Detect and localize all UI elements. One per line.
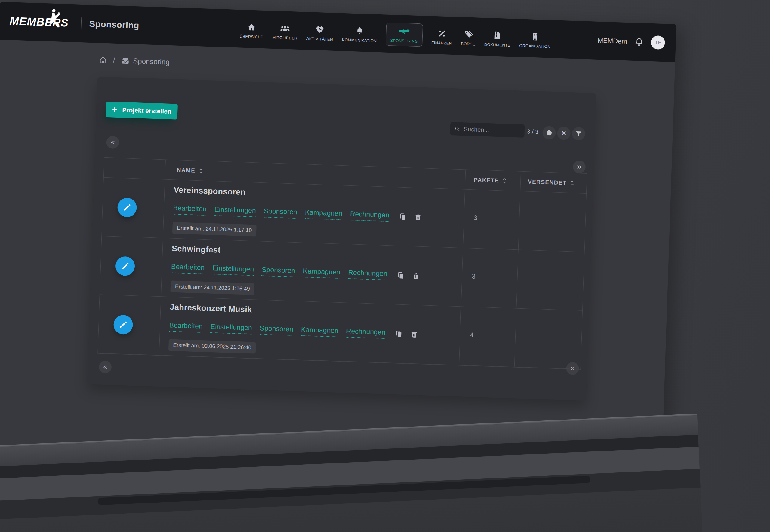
table-row-edit-cell [100, 236, 163, 297]
nav-item-kommunikation[interactable]: KOMMUNIKATION [342, 23, 377, 43]
clear-icon: × [562, 129, 566, 137]
delete-project-button[interactable] [411, 330, 418, 339]
pencil-icon [120, 261, 130, 271]
avatar-initials: TE [655, 39, 662, 46]
edit-project-button[interactable] [113, 315, 133, 335]
people-icon [280, 24, 290, 33]
table-row-versendet-cell [519, 191, 587, 252]
clear-search-button[interactable]: × [557, 127, 571, 140]
nav-label: BÖRSE [461, 41, 475, 47]
link-sponsoren[interactable]: Sponsoren [262, 265, 295, 277]
copy-icon [399, 212, 407, 221]
nav-item-uebersicht[interactable]: ÜBERSICHT [239, 20, 264, 40]
brand: MEMBERS Sponsoring [9, 14, 140, 32]
link-rechnungen[interactable]: Rechnungen [350, 210, 390, 222]
create-project-button[interactable]: + Projekt erstellen [106, 102, 178, 120]
edit-project-button[interactable] [115, 256, 135, 276]
delete-project-button[interactable] [413, 271, 420, 280]
duplicate-project-button[interactable] [399, 212, 407, 221]
reset-button[interactable] [542, 126, 556, 139]
header-edit-column [104, 158, 166, 180]
copy-icon [397, 271, 405, 280]
chevron-double-left-icon: « [110, 137, 115, 146]
percent-icon [438, 29, 446, 38]
nav-label: AKTIVITÄTEN [306, 36, 333, 42]
link-sponsoren[interactable]: Sponsoren [259, 324, 293, 336]
notifications-bell-icon[interactable] [634, 37, 644, 47]
link-bearbeiten[interactable]: Bearbeiten [169, 321, 203, 333]
header-versendet[interactable]: VERSENDET [520, 172, 588, 194]
edit-project-button[interactable] [117, 197, 137, 217]
filter-button[interactable] [572, 127, 585, 140]
pager-next-top[interactable]: » [573, 160, 586, 173]
delete-project-button[interactable] [415, 213, 422, 222]
nav-item-organisation[interactable]: ORGANISATION [519, 29, 551, 49]
row-actions: Bearbeiten Einstellungen Sponsoren Kampa… [171, 262, 420, 281]
pakete-count: 3 [474, 214, 478, 222]
create-project-label: Projekt erstellen [122, 106, 171, 115]
sort-icon [569, 180, 575, 186]
link-rechnungen[interactable]: Rechnungen [346, 327, 386, 339]
table-row-pakete-cell: 3 [461, 248, 518, 308]
link-sponsoren[interactable]: Sponsoren [263, 207, 297, 219]
table-row-name-cell: Schwingfest Bearbeiten Einstellungen Spo… [161, 238, 463, 307]
trash-icon [415, 213, 422, 222]
main-nav: ÜBERSICHT MITGLIEDER AKTIVITÄTEN [239, 20, 551, 51]
pager-prev-top[interactable]: « [106, 136, 119, 149]
header-versendet-label: VERSENDET [528, 178, 567, 186]
link-einstellungen[interactable]: Einstellungen [214, 205, 256, 217]
members-logo[interactable]: MEMBERS [9, 15, 73, 29]
pager-prev-bottom[interactable]: « [99, 361, 112, 374]
created-timestamp: Erstellt am: 24.11.2025 1:16:49 [170, 280, 254, 295]
link-bearbeiten[interactable]: Bearbeiten [171, 262, 204, 274]
pakete-count: 4 [470, 331, 474, 338]
header-pakete[interactable]: PAKETE [465, 170, 521, 191]
link-kampagnen[interactable]: Kampagnen [301, 326, 338, 337]
nav-label: ORGANISATION [519, 43, 551, 49]
tag-icon [464, 30, 473, 39]
document-zip-icon [494, 31, 502, 40]
trash-icon [411, 330, 418, 339]
nav-item-finanzen[interactable]: FINANZEN [431, 26, 453, 46]
search-box [450, 122, 525, 138]
sponsoring-panel: + Projekt erstellen 3 / 3 × « » « » [87, 77, 596, 401]
nav-item-aktivitaeten[interactable]: AKTIVITÄTEN [306, 22, 333, 42]
link-kampagnen[interactable]: Kampagnen [303, 267, 340, 279]
heart-pulse-icon [315, 25, 324, 34]
row-actions: Bearbeiten Einstellungen Sponsoren Kampa… [169, 321, 418, 340]
sort-icon [198, 168, 203, 174]
link-einstellungen[interactable]: Einstellungen [210, 323, 252, 335]
nav-item-mitglieder[interactable]: MITGLIEDER [272, 20, 298, 41]
result-count: 3 / 3 [527, 128, 539, 135]
nav-label: DOKUMENTE [484, 42, 511, 47]
link-rechnungen[interactable]: Rechnungen [348, 268, 388, 280]
avatar[interactable]: TE [651, 35, 665, 50]
nav-label: ÜBERSICHT [239, 34, 263, 39]
projects-table: NAME PAKETE VERSENDET [97, 157, 587, 370]
search-input[interactable] [464, 126, 520, 134]
breadcrumb-current[interactable]: Sponsoring [121, 56, 170, 66]
table-row-edit-cell [102, 178, 165, 238]
breadcrumb-home-icon[interactable] [99, 56, 107, 64]
nav-item-boerse[interactable]: BÖRSE [461, 27, 476, 47]
link-bearbeiten[interactable]: Bearbeiten [173, 204, 207, 216]
table-row-pakete-cell: 4 [459, 307, 517, 367]
app-screen: MEMBERS Sponsoring ÜBERSICHT [0, 2, 676, 481]
stage: MEMBERS Sponsoring ÜBERSICHT [0, 0, 770, 532]
sort-icon [502, 178, 507, 184]
account-label[interactable]: MEMDem [598, 37, 627, 45]
nav-item-sponsoring[interactable]: SPONSORING [386, 23, 423, 47]
table-row-versendet-cell [515, 308, 583, 369]
home-icon [247, 23, 256, 32]
duplicate-project-button[interactable] [395, 330, 403, 338]
link-kampagnen[interactable]: Kampagnen [305, 208, 342, 220]
header-name-label: NAME [176, 167, 195, 174]
breadcrumb: / Sponsoring [99, 56, 170, 66]
created-timestamp: Erstellt am: 03.06.2025 21:26:40 [168, 339, 256, 354]
nav-label: FINANZEN [431, 41, 452, 46]
nav-item-dokumente[interactable]: DOKUMENTE [484, 27, 511, 47]
link-einstellungen[interactable]: Einstellungen [212, 264, 254, 276]
duplicate-project-button[interactable] [397, 271, 405, 280]
breadcrumb-separator: / [113, 56, 115, 65]
nav-label: KOMMUNIKATION [342, 38, 377, 43]
